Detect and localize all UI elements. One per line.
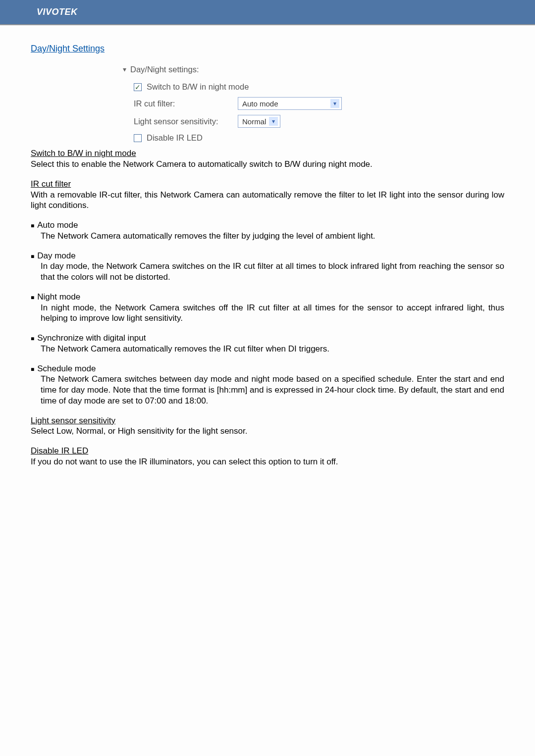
- square-bullet-icon: ■: [31, 335, 34, 343]
- list-item: ■Auto mode The Network Camera automatica…: [31, 220, 504, 242]
- section-title-link: Day/Night Settings: [31, 43, 504, 54]
- settings-heading: Day/Night settings:: [130, 64, 199, 75]
- disable-ir-heading: Disable IR LED: [31, 446, 504, 456]
- mode-desc: The Network Camera automatically removes…: [31, 231, 504, 242]
- switch-bw-checkbox[interactable]: ✓: [134, 83, 142, 91]
- list-item: ■Synchronize with digital input The Netw…: [31, 333, 504, 354]
- switch-bw-text: Select this to enable the Network Camera…: [31, 159, 504, 170]
- mode-desc: The Network Camera automatically removes…: [31, 344, 504, 354]
- settings-panel: ▾ Day/Night settings: ✓ Switch to B/W in…: [123, 64, 504, 143]
- list-item: ■Schedule mode The Network Camera switch…: [31, 363, 504, 406]
- mode-desc: In night mode, the Network Camera switch…: [31, 302, 504, 324]
- ir-cut-filter-label: IR cut filter:: [134, 99, 238, 109]
- modes-list: ■Auto mode The Network Camera automatica…: [31, 220, 504, 406]
- square-bullet-icon: ■: [31, 294, 34, 302]
- switch-bw-heading: Switch to B/W in night mode: [31, 148, 504, 159]
- header-bar: VIVOTEK: [0, 0, 535, 24]
- mode-desc: In day mode, the Network Camera switches…: [31, 261, 504, 283]
- ir-cut-heading: IR cut filter: [31, 179, 504, 190]
- collapse-icon[interactable]: ▾: [123, 65, 126, 74]
- light-sensor-label: Light sensor sensitivity:: [134, 116, 238, 127]
- mode-name: Auto mode: [37, 220, 78, 231]
- disable-ir-label: Disable IR LED: [147, 133, 203, 143]
- mode-name: Night mode: [37, 292, 80, 302]
- square-bullet-icon: ■: [31, 253, 34, 260]
- square-bullet-icon: ■: [31, 222, 34, 230]
- header-divider: [0, 24, 535, 25]
- list-item: ■Day mode In day mode, the Network Camer…: [31, 251, 504, 283]
- mode-name: Synchronize with digital input: [37, 333, 146, 344]
- mode-name: Schedule mode: [37, 363, 96, 374]
- chevron-down-icon: ▾: [330, 99, 339, 108]
- light-sensor-heading: Light sensor sensitivity: [31, 415, 504, 426]
- light-sensor-text: Select Low, Normal, or High sensitivity …: [31, 426, 504, 437]
- ir-cut-filter-value: Auto mode: [242, 99, 278, 108]
- disable-ir-text: If you do not want to use the IR illumin…: [31, 456, 504, 467]
- chevron-down-icon: ▾: [269, 117, 278, 126]
- mode-desc: The Network Camera switches between day …: [31, 374, 504, 406]
- list-item: ■Night mode In night mode, the Network C…: [31, 292, 504, 324]
- ir-cut-filter-select[interactable]: Auto mode ▾: [238, 97, 342, 110]
- ir-cut-text: With a removable IR-cut filter, this Net…: [31, 190, 504, 211]
- switch-bw-label: Switch to B/W in night mode: [147, 82, 249, 92]
- light-sensor-value: Normal: [242, 117, 266, 126]
- mode-name: Day mode: [37, 251, 75, 261]
- disable-ir-checkbox[interactable]: [134, 134, 142, 142]
- square-bullet-icon: ■: [31, 366, 34, 373]
- brand-text: VIVOTEK: [37, 7, 78, 17]
- light-sensor-select[interactable]: Normal ▾: [238, 115, 280, 128]
